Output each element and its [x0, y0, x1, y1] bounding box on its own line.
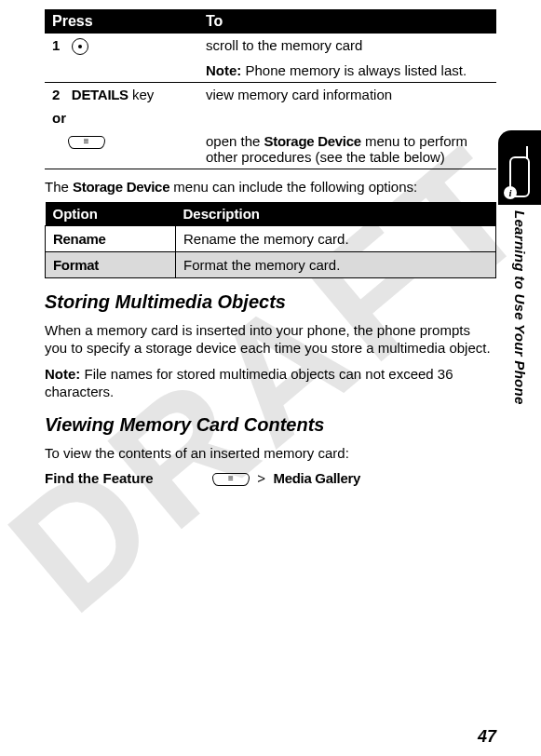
option-cell: Rename	[46, 225, 176, 251]
description-cell: Format the memory card.	[176, 251, 496, 277]
step-number: 1	[52, 37, 60, 53]
note-paragraph: Note: File names for stored multimedia o…	[45, 366, 496, 401]
table-row: Rename Rename the memory card.	[46, 225, 496, 251]
arrow: >	[257, 470, 265, 486]
media-gallery-label: Media Gallery	[273, 470, 360, 486]
table-row: or	[45, 106, 496, 129]
section-heading-viewing: Viewing Memory Card Contents	[45, 414, 496, 436]
to-cell: scroll to the memory card	[198, 34, 496, 59]
menu-key-icon	[68, 136, 105, 149]
press-header: Press	[45, 9, 198, 34]
step-number: 2	[52, 87, 60, 102]
table-row: open the Storage Device menu to perform …	[45, 129, 496, 169]
or-label: or	[52, 110, 66, 126]
table-row: Format Format the memory card.	[46, 251, 496, 277]
note-label: Note:	[206, 62, 241, 78]
description-cell: Rename the memory card.	[176, 225, 496, 251]
note-text: File names for stored multimedia objects…	[45, 366, 453, 399]
to-cell: view memory card information	[198, 83, 496, 106]
option-cell: Format	[46, 251, 176, 277]
note-label: Note:	[45, 366, 80, 382]
table-row: 2 DETAILS key view memory card informati…	[45, 83, 496, 106]
option-header: Option	[46, 202, 176, 226]
storage-device-label: Storage Device	[264, 133, 361, 149]
to-header: To	[198, 9, 496, 34]
text: The	[45, 179, 73, 195]
description-header: Description	[176, 202, 496, 226]
body-paragraph: When a memory card is inserted into your…	[45, 322, 496, 358]
note-text: Phone memory is always listed last.	[246, 62, 467, 78]
page-content: Press To 1 scroll to the memory card Not…	[0, 0, 541, 756]
text: menu can include the following options:	[169, 179, 417, 195]
to-text: open the	[206, 133, 264, 149]
table-row: Note: Phone memory is always listed last…	[45, 59, 496, 83]
option-table: Option Description Rename Rename the mem…	[45, 202, 496, 278]
body-paragraph: To view the contents of an inserted memo…	[45, 445, 496, 463]
press-to-table: Press To 1 scroll to the memory card Not…	[45, 9, 496, 169]
storage-device-paragraph: The Storage Device menu can include the …	[45, 179, 496, 196]
details-key-label: DETAILS	[72, 87, 128, 102]
find-the-feature-row: Find the Feature > Media Gallery	[45, 470, 496, 486]
key-suffix: key	[128, 87, 155, 102]
storage-device-label: Storage Device	[73, 179, 169, 195]
table-row: 1 scroll to the memory card	[45, 34, 496, 59]
menu-key-icon	[212, 473, 250, 486]
section-heading-storing: Storing Multimedia Objects	[45, 291, 496, 313]
find-label: Find the Feature	[45, 470, 184, 486]
dpad-icon	[72, 38, 88, 55]
